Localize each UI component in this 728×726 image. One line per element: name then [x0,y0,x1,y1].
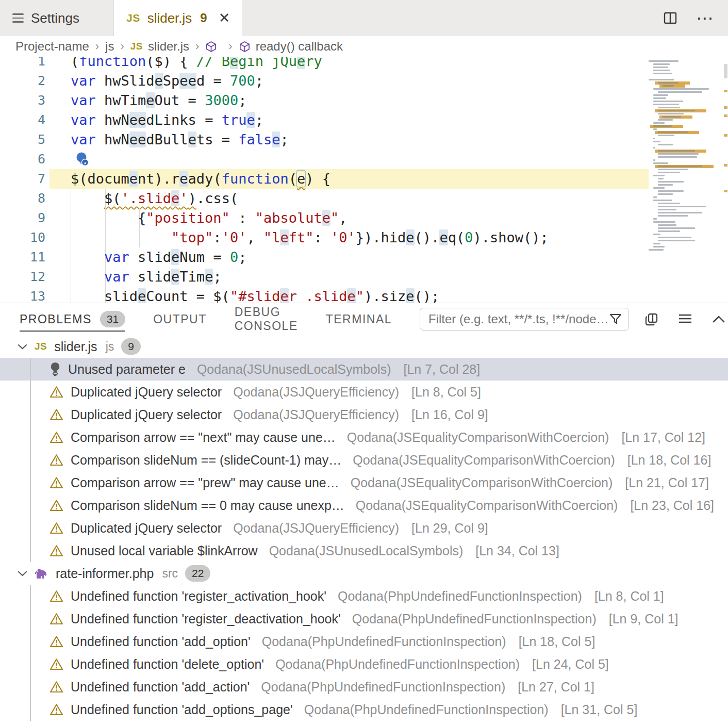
warning-icon [49,544,63,557]
tab-problem-count: 9 [200,11,207,25]
problem-location: [Ln 7, Col 28] [404,362,481,377]
panel-tab-label: TERMINAL [326,312,392,326]
maximize-panel-icon[interactable] [712,315,725,324]
problem-row[interactable]: Duplicated jQuery selectorQodana(JSJQuer… [0,517,728,539]
problem-location: [Ln 24, Col 5] [532,657,609,672]
view-as-table-icon[interactable] [644,312,658,326]
line-number: 6 [0,150,45,169]
line-number: 1 [0,57,45,71]
panel-tab-label: PROBLEMS [20,312,92,326]
problem-location: [Ln 18, Col 5] [519,634,595,649]
code-line-2[interactable]: 2var hwSlideSpeed = 700; [0,71,649,91]
problem-message: Duplicated jQuery selector [71,521,222,536]
problems-filter-input[interactable]: Filter (e.g. text, **/*.ts, !**/node… [420,308,628,331]
group-file-name: rate-informer.php [56,566,154,581]
chevron-down-icon[interactable] [18,343,27,350]
problem-row[interactable]: Comparison slideNum == 0 may cause unexp… [0,494,728,517]
warning-icon [49,613,63,625]
code-text: var hwTimeOut = 3000; [71,91,246,110]
scrollbar-thumb[interactable] [724,64,727,78]
code-line-9[interactable]: 9 {"position" : "absolute", [0,208,649,228]
problem-location: [Ln 16, Col 9] [411,407,488,422]
code-line-10[interactable]: 10 "top":'0', "left": '0'}).hide().eq(0)… [0,228,649,248]
problem-source: Qodana(JSEqualityComparisonWithCoercion) [356,498,618,513]
code-editor[interactable]: 1(function($) { // Begin jQuery2var hwSl… [0,57,728,303]
problems-list: JSslider.jsjs9Unused parameter eQodana(J… [0,335,728,721]
problem-location: [Ln 8, Col 5] [411,385,481,400]
more-actions-icon[interactable]: ⋯ [696,8,715,28]
problem-row[interactable]: Comparison arrow == "prew" may cause une… [0,471,728,494]
problem-row[interactable]: Comparison slideNum == (slideCount-1) ma… [0,449,728,471]
code-line-6[interactable]: 6★ [0,150,649,169]
code-line-8[interactable]: 8 $('.slide').css( [0,189,649,208]
svg-text:★: ★ [84,160,87,166]
problem-row[interactable]: Comparison arrow == "next" may cause une… [0,426,728,449]
problems-group-rate-informer-php[interactable]: rate-informer.phpsrc22 [0,562,728,585]
breadcrumb-item-slider-js[interactable]: JSslider.js [130,39,189,54]
breadcrumb-item-project-name[interactable]: Project-name [15,39,89,54]
collapse-all-icon[interactable] [678,313,692,325]
breadcrumb-separator: › [195,40,199,53]
code-line-5[interactable]: 5var hwNeedBullets = false; [0,130,649,150]
problem-row[interactable]: Unused local variable $linkArrowQodana(J… [0,539,728,562]
problem-source: Qodana(JSUnusedLocalSymbols) [197,362,391,377]
code-line-3[interactable]: 3var hwTimeOut = 3000; [0,91,649,110]
problem-location: [Ln 17, Col 12] [621,430,705,445]
editor-tab-strip: Settings JS slider.js 9 ✕ ⋯ [0,0,728,36]
warning-icon [49,681,63,694]
code-line-12[interactable]: 12 var slideTime; [0,267,649,287]
code-text: var hwNeedBullets = false; [71,130,289,150]
panel-tab-terminal[interactable]: TERMINAL [326,303,392,335]
minimap[interactable] [649,60,723,252]
overview-warning-marker [724,106,727,109]
tab-settings[interactable]: Settings [0,0,114,36]
symbol-cube-icon [205,41,217,53]
problem-row[interactable]: Duplicated jQuery selectorQodana(JSJQuer… [0,381,728,403]
warning-icon [49,408,63,421]
line-number: 4 [0,110,45,130]
line-number: 7 [0,169,45,189]
panel-tab-output[interactable]: OUTPUT [153,303,207,335]
problem-location: [Ln 31, Col 5] [561,702,638,717]
problem-row[interactable]: Undefined function 'register_activation_… [0,585,728,607]
problem-row[interactable]: Undefined function 'add_options_page'Qod… [0,698,728,721]
chevron-down-icon[interactable] [18,570,27,577]
overview-warning-marker [724,190,727,192]
line-number: 5 [0,130,45,150]
code-line-7[interactable]: 7$(document).ready(function(e) { [0,169,649,189]
warning-icon [49,499,63,512]
quick-fix-lightbulb-icon[interactable]: ★ [75,152,90,167]
warning-icon [49,703,63,716]
problem-message: Duplicated jQuery selector [71,407,222,422]
split-editor-icon[interactable] [663,11,677,25]
problems-group-slider-js[interactable]: JSslider.jsjs9 [0,335,728,358]
breadcrumb-item--function-[interactable] [205,41,222,53]
problem-source: Qodana(JSJQueryEfficiency) [233,521,399,536]
problem-row[interactable]: Undefined function 'delete_option'Qodana… [0,653,728,675]
problem-row[interactable]: Duplicated jQuery selectorQodana(JSJQuer… [0,403,728,426]
overview-warning-marker [724,134,727,137]
code-line-11[interactable]: 11 var slideNum = 0; [0,248,649,267]
close-tab-icon[interactable]: ✕ [219,10,230,26]
panel-tab-problems[interactable]: PROBLEMS31 [20,303,125,335]
tab-slider-js[interactable]: JS slider.js 9 ✕ [114,0,242,36]
breadcrumb-item-ready-callback[interactable]: ready() callback [239,39,343,54]
problem-row[interactable]: Undefined function 'add_option'Qodana(Ph… [0,630,728,653]
problem-message: Unused parameter e [68,362,186,377]
problem-row[interactable]: Unused parameter eQodana(JSUnusedLocalSy… [0,358,728,381]
breadcrumb-item-js[interactable]: js [105,39,114,54]
problem-row[interactable]: Undefined function 'register_deactivatio… [0,607,728,630]
problem-message: Comparison arrow == "next" may cause une… [71,430,336,445]
panel-tab-debug-console[interactable]: DEBUG CONSOLE [235,303,298,335]
overview-ruler[interactable] [723,57,728,303]
warning-icon [49,454,63,467]
code-line-13[interactable]: 13 slideCount = $("#slider .slide").size… [0,287,649,303]
warning-icon [49,522,63,535]
problem-location: [Ln 9, Col 1] [609,612,679,626]
problem-row[interactable]: Undefined function 'add_action'Qodana(Ph… [0,675,728,698]
code-line-4[interactable]: 4var hwNeedLinks = true; [0,110,649,130]
code-text: (function($) { // Begin jQuery [71,57,322,71]
code-line-1[interactable]: 1(function($) { // Begin jQuery [0,57,649,71]
breadcrumb: Project-name›js›JSslider.js››ready() cal… [0,36,728,57]
problem-location: [Ln 21, Col 17] [625,475,709,490]
